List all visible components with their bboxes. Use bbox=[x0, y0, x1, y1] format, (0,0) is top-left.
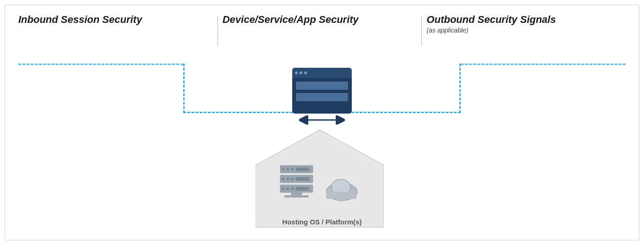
svg-point-8 bbox=[282, 178, 285, 180]
svg-point-3 bbox=[282, 168, 285, 171]
browser-dot-2 bbox=[300, 71, 302, 74]
browser-bar-2 bbox=[296, 93, 348, 101]
svg-point-14 bbox=[287, 187, 289, 190]
svg-rect-17 bbox=[291, 193, 302, 196]
browser-window-icon bbox=[292, 68, 352, 114]
svg-rect-18 bbox=[284, 196, 309, 198]
dashed-box-left bbox=[183, 64, 185, 113]
house-svg bbox=[256, 124, 384, 229]
browser-dot-1 bbox=[295, 71, 298, 74]
browser-dot-3 bbox=[304, 71, 307, 74]
svg-point-13 bbox=[282, 187, 285, 190]
inbound-header: Inbound Session Security bbox=[18, 14, 218, 26]
svg-rect-16 bbox=[296, 187, 309, 191]
svg-point-15 bbox=[291, 187, 294, 190]
svg-point-9 bbox=[287, 178, 289, 180]
browser-titlebar bbox=[292, 68, 352, 78]
outbound-subtitle: (as applicable) bbox=[426, 27, 626, 34]
browser-bar-1 bbox=[296, 82, 348, 90]
device-title: Device/Service/App Security bbox=[223, 14, 422, 26]
solid-line-left bbox=[18, 64, 183, 65]
svg-marker-1 bbox=[256, 130, 384, 227]
svg-rect-6 bbox=[296, 168, 309, 171]
double-arrow-container bbox=[299, 115, 345, 125]
column-headers: Inbound Session Security Device/Service/… bbox=[18, 14, 626, 46]
building-shape bbox=[256, 124, 388, 231]
svg-point-10 bbox=[291, 178, 294, 180]
outbound-title: Outbound Security Signals bbox=[426, 14, 626, 26]
svg-point-4 bbox=[287, 168, 289, 171]
inbound-title: Inbound Session Security bbox=[18, 14, 218, 26]
hosting-label: Hosting OS / Platform(s) bbox=[282, 218, 361, 226]
device-header: Device/Service/App Security bbox=[218, 14, 422, 26]
double-arrow-icon bbox=[299, 115, 345, 125]
outbound-header: Outbound Security Signals (as applicable… bbox=[422, 14, 626, 34]
solid-line-right bbox=[461, 64, 626, 65]
svg-point-5 bbox=[291, 168, 294, 171]
dashed-box-right bbox=[459, 64, 461, 113]
browser-body bbox=[292, 78, 352, 105]
svg-rect-24 bbox=[326, 196, 356, 199]
svg-rect-11 bbox=[296, 177, 309, 181]
